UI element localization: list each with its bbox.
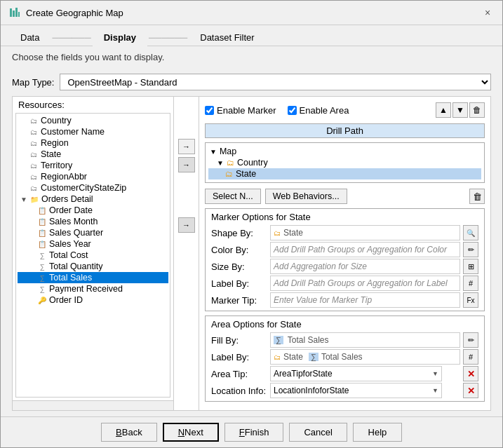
area-tip-clear-btn[interactable]: ✕ bbox=[463, 366, 478, 381]
map-type-select-wrap: OpenStreetMap - Standard bbox=[60, 74, 491, 90]
fill-by-icon: ∑ bbox=[274, 336, 283, 344]
enable-area-label[interactable]: Enable Area bbox=[288, 105, 349, 116]
field-icon: ∑ bbox=[37, 273, 47, 283]
map-type-label: Map Type: bbox=[12, 77, 54, 88]
location-info-dropdown[interactable]: LocationInfoforState bbox=[270, 383, 442, 398]
shape-by-btn[interactable]: 🔍 bbox=[463, 225, 478, 240]
fill-by-btn[interactable]: ✏ bbox=[463, 332, 478, 348]
delete-button[interactable]: 🗑 bbox=[469, 102, 485, 118]
tree-item-total-quantity[interactable]: ∑ Total Quantity bbox=[18, 261, 168, 272]
label-by-btn[interactable]: # bbox=[463, 276, 478, 291]
tree-item-country[interactable]: 🗂 Country bbox=[18, 115, 168, 126]
field-icon: 🗂 bbox=[29, 138, 39, 148]
tab-data[interactable]: Data bbox=[9, 29, 51, 46]
location-info-clear-btn[interactable]: ✕ bbox=[463, 383, 478, 398]
next-button[interactable]: NNext bbox=[163, 423, 219, 442]
field-icon: 🗂 bbox=[29, 149, 39, 159]
tree-item-order-date[interactable]: 📋 Order Date bbox=[18, 205, 168, 216]
title-bar-left: Create Geographic Map bbox=[9, 7, 123, 18]
tree-item-order-id[interactable]: 🔑 Order ID bbox=[18, 294, 168, 306]
up-button[interactable]: ▲ bbox=[436, 102, 451, 118]
label-by-value: Add Drill Path Groups or Aggregation for… bbox=[270, 276, 460, 291]
tree-item-sales-year[interactable]: 📋 Sales Year bbox=[18, 238, 168, 250]
map-type-select[interactable]: OpenStreetMap - Standard bbox=[60, 74, 491, 90]
tree-item-payment-received[interactable]: ∑ Payment Received bbox=[18, 283, 168, 294]
cancel-button[interactable]: Cancel bbox=[289, 423, 347, 442]
fill-by-value: ∑ Total Sales bbox=[270, 332, 460, 348]
color-by-value: Add Drill Path Groups or Aggregation for… bbox=[270, 242, 460, 257]
tree-item-sales-month[interactable]: 📋 Sales Month bbox=[18, 216, 168, 227]
fill-by-label: Fill By: bbox=[211, 335, 267, 346]
map-tree-state[interactable]: 🗂 State bbox=[208, 168, 481, 179]
area-tip-label: Area Tip: bbox=[211, 369, 267, 379]
tree-item-orders-detail[interactable]: ▼ 📁 Orders Detail bbox=[18, 194, 168, 205]
tree-item-customercitystatzip[interactable]: 🗂 CustomerCityStateZip bbox=[18, 182, 168, 194]
close-button[interactable]: × bbox=[481, 6, 494, 19]
arrow-right-3[interactable]: → bbox=[178, 217, 195, 233]
field-icon: 🗂 bbox=[29, 172, 39, 182]
enable-area-checkbox[interactable] bbox=[288, 106, 297, 115]
area-label-by-row: Label By: 🗂 State ∑ Total Sales # bbox=[211, 349, 478, 365]
tree-item-total-cost[interactable]: ∑ Total Cost bbox=[18, 250, 168, 261]
field-icon: 🗂 bbox=[29, 161, 39, 170]
field-icon: ∑ bbox=[37, 262, 47, 271]
select-n-button[interactable]: Select N... bbox=[205, 189, 261, 204]
svg-rect-0 bbox=[10, 8, 12, 17]
folder-icon: 📁 bbox=[29, 194, 39, 204]
back-button[interactable]: BBack bbox=[101, 423, 157, 442]
web-behaviors-button[interactable]: Web Behaviors... bbox=[265, 189, 347, 204]
marker-tip-value: Enter Value for Marker Tip bbox=[270, 292, 460, 308]
field-icon: 🗂 bbox=[29, 183, 39, 193]
arrow-right-2[interactable]: → bbox=[178, 157, 195, 172]
tab-display[interactable]: Display bbox=[93, 29, 147, 46]
size-by-label: Size By: bbox=[211, 262, 267, 272]
content-area: Map Type: OpenStreetMap - Standard Resou… bbox=[1, 68, 502, 416]
size-by-btn[interactable]: ⊞ bbox=[463, 259, 478, 274]
tree-item-sales-quarter[interactable]: 📋 Sales Quarter bbox=[18, 227, 168, 238]
tree-item-customer-name[interactable]: 🗂 Customer Name bbox=[18, 126, 168, 137]
area-tip-row: Area Tip: AreaTipforState ✕ bbox=[211, 366, 478, 381]
left-panel: Resources: 🗂 Country 🗂 Customer Name 🗂 bbox=[13, 97, 174, 410]
resources-tree: 🗂 Country 🗂 Customer Name 🗂 Region bbox=[15, 113, 170, 398]
tree-item-region[interactable]: 🗂 Region bbox=[18, 137, 168, 149]
tree-item-state[interactable]: 🗂 State bbox=[18, 149, 168, 160]
enable-marker-label[interactable]: Enable Marker bbox=[205, 105, 276, 116]
map-tree-country[interactable]: ▼ 🗂 Country bbox=[208, 157, 481, 168]
size-by-value: Add Aggregation for Size bbox=[270, 259, 460, 274]
location-info-row: Location Info: LocationInfoforState ✕ bbox=[211, 383, 478, 398]
field-icon: 🗂 bbox=[29, 127, 39, 137]
area-label-by-value: 🗂 State ∑ Total Sales bbox=[270, 349, 460, 365]
down-button[interactable]: ▼ bbox=[452, 102, 468, 118]
field-icon: 📋 bbox=[37, 205, 47, 215]
arrow-right-1[interactable]: → bbox=[178, 139, 195, 154]
state-folder-icon: 🗂 bbox=[225, 170, 233, 178]
tree-item-regionabbr[interactable]: 🗂 RegionAbbr bbox=[18, 171, 168, 182]
location-info-label: Location Info: bbox=[211, 386, 267, 396]
finish-button[interactable]: FFinish bbox=[224, 423, 284, 442]
map-tree-map[interactable]: ▼ Map bbox=[208, 146, 481, 157]
color-by-btn[interactable]: ✏ bbox=[463, 242, 478, 257]
color-by-label: Color By: bbox=[211, 245, 267, 255]
expand-icon: ▼ bbox=[210, 148, 217, 156]
map-type-row: Map Type: OpenStreetMap - Standard bbox=[12, 74, 491, 90]
tree-item-territory[interactable]: 🗂 Territory bbox=[18, 160, 168, 171]
field-icon: 📋 bbox=[37, 217, 47, 226]
tab-dataset-filter[interactable]: Dataset Filter bbox=[189, 29, 265, 46]
window-title: Create Geographic Map bbox=[26, 8, 123, 18]
tree-item-total-sales[interactable]: ∑ Total Sales bbox=[18, 272, 168, 283]
area-label-by-btn[interactable]: # bbox=[463, 349, 478, 365]
area-tip-dropdown[interactable]: AreaTipforState bbox=[270, 366, 442, 381]
delete-right-button[interactable]: 🗑 bbox=[469, 189, 485, 204]
enable-marker-checkbox[interactable] bbox=[205, 106, 214, 115]
enable-row: Enable Marker Enable Area ▲ ▼ 🗑 bbox=[205, 102, 485, 118]
svg-rect-1 bbox=[13, 11, 15, 17]
marker-tip-btn[interactable]: Fx bbox=[463, 292, 478, 308]
tree-scrollbar[interactable] bbox=[13, 400, 173, 410]
main-window: Create Geographic Map × Data ────── Disp… bbox=[0, 0, 503, 448]
help-button[interactable]: Help bbox=[353, 423, 402, 442]
up-down-delete: ▲ ▼ 🗑 bbox=[436, 102, 485, 118]
country-folder-icon: 🗂 bbox=[227, 158, 234, 167]
app-icon bbox=[9, 7, 20, 18]
field-icon: 📋 bbox=[37, 239, 47, 249]
right-panel: Enable Marker Enable Area ▲ ▼ 🗑 Drill Pa… bbox=[199, 97, 490, 410]
